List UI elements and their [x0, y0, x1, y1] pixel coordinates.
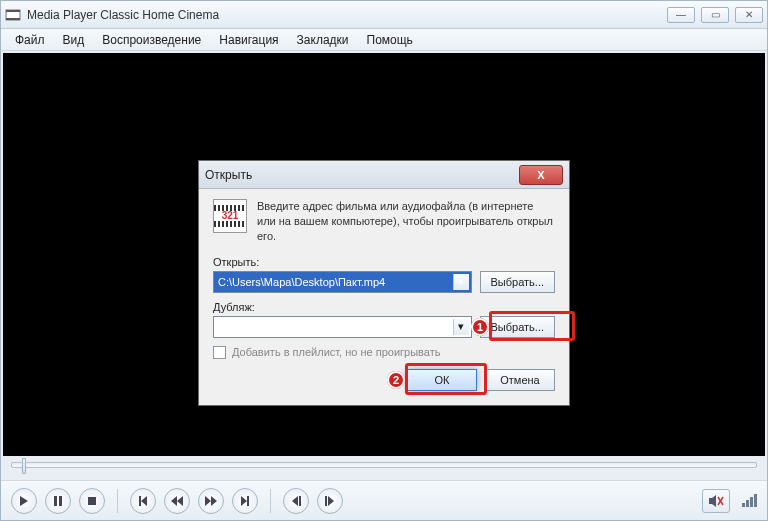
svg-rect-3: [54, 496, 57, 506]
window-buttons: — ▭ ✕: [667, 7, 763, 23]
menu-view[interactable]: Вид: [55, 31, 93, 49]
step-fwd-button[interactable]: [317, 488, 343, 514]
forward-button[interactable]: [198, 488, 224, 514]
svg-rect-5: [88, 497, 96, 505]
prev-button[interactable]: [130, 488, 156, 514]
dub-label: Дубляж:: [213, 301, 555, 313]
volume-steps[interactable]: [742, 494, 757, 507]
titlebar: Media Player Classic Home Cinema — ▭ ✕: [1, 1, 767, 29]
seekbar[interactable]: [11, 462, 757, 468]
mute-button[interactable]: [702, 489, 730, 513]
menu-help[interactable]: Помощь: [359, 31, 421, 49]
chevron-down-icon[interactable]: ▾: [453, 319, 469, 335]
pause-button[interactable]: [45, 488, 71, 514]
dialog-title: Открыть: [205, 168, 519, 182]
dub-input[interactable]: ▾: [213, 316, 472, 338]
play-button[interactable]: [11, 488, 37, 514]
svg-rect-6: [299, 496, 301, 506]
controls-bar: [1, 480, 767, 520]
rewind-button[interactable]: [164, 488, 190, 514]
svg-rect-1: [6, 10, 20, 12]
svg-rect-7: [325, 496, 327, 506]
seekbar-thumb[interactable]: [22, 458, 26, 474]
minimize-button[interactable]: —: [667, 7, 695, 23]
divider: [117, 489, 118, 513]
dialog-close-button[interactable]: X: [519, 165, 563, 185]
open-label: Открыть:: [213, 256, 555, 268]
step-back-button[interactable]: [283, 488, 309, 514]
playlist-checkbox-label: Добавить в плейлист, но не проигрывать: [232, 346, 440, 358]
playlist-checkbox[interactable]: [213, 346, 226, 359]
next-button[interactable]: [232, 488, 258, 514]
open-dialog: Открыть X 321 Введите адрес фильма или а…: [198, 160, 570, 406]
menu-bookmarks[interactable]: Закладки: [289, 31, 357, 49]
browse-open-button[interactable]: Выбрать...: [480, 271, 555, 293]
menu-file[interactable]: Файл: [7, 31, 53, 49]
dialog-titlebar: Открыть X: [199, 161, 569, 189]
browse-dub-button[interactable]: Выбрать...: [480, 316, 555, 338]
annotation-badge-2: 2: [387, 371, 405, 389]
stop-button[interactable]: [79, 488, 105, 514]
close-button[interactable]: ✕: [735, 7, 763, 23]
chevron-down-icon[interactable]: ▾: [453, 274, 469, 290]
cancel-button[interactable]: Отмена: [485, 369, 555, 391]
open-input[interactable]: C:\Users\Мара\Desktop\Пакт.mp4 ▾: [213, 271, 472, 293]
app-icon: [5, 7, 21, 23]
open-input-value: C:\Users\Мара\Desktop\Пакт.mp4: [218, 276, 385, 288]
window-title: Media Player Classic Home Cinema: [27, 8, 667, 22]
svg-rect-4: [59, 496, 62, 506]
seekbar-wrap: [1, 458, 767, 480]
dialog-instruction: Введите адрес фильма или аудиофайла (в и…: [257, 199, 555, 244]
menu-playback[interactable]: Воспроизведение: [94, 31, 209, 49]
divider: [270, 489, 271, 513]
svg-rect-2: [6, 18, 20, 20]
ok-button[interactable]: ОК: [407, 369, 477, 391]
menubar: Файл Вид Воспроизведение Навигация Закла…: [1, 29, 767, 51]
mpc-icon: 321: [213, 199, 247, 233]
maximize-button[interactable]: ▭: [701, 7, 729, 23]
menu-navigation[interactable]: Навигация: [211, 31, 286, 49]
